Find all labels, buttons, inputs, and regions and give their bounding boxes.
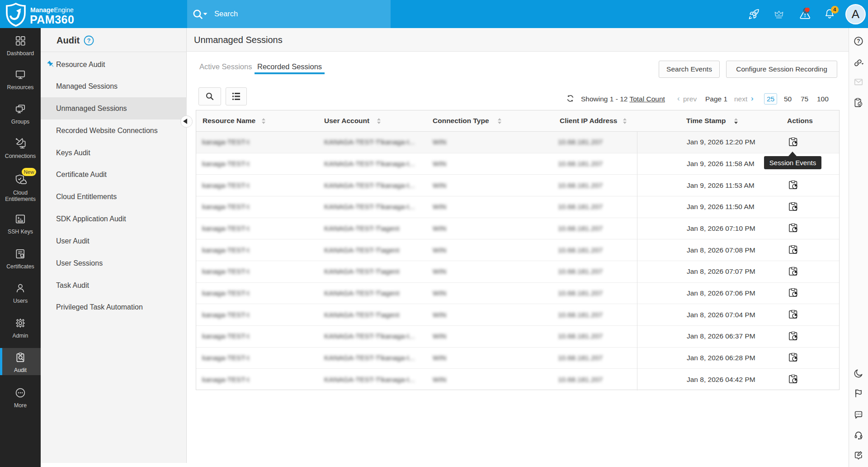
svg-text:?: ? xyxy=(857,38,860,44)
svg-text:?: ? xyxy=(87,37,91,44)
svg-text:SSH: SSH xyxy=(19,220,23,222)
